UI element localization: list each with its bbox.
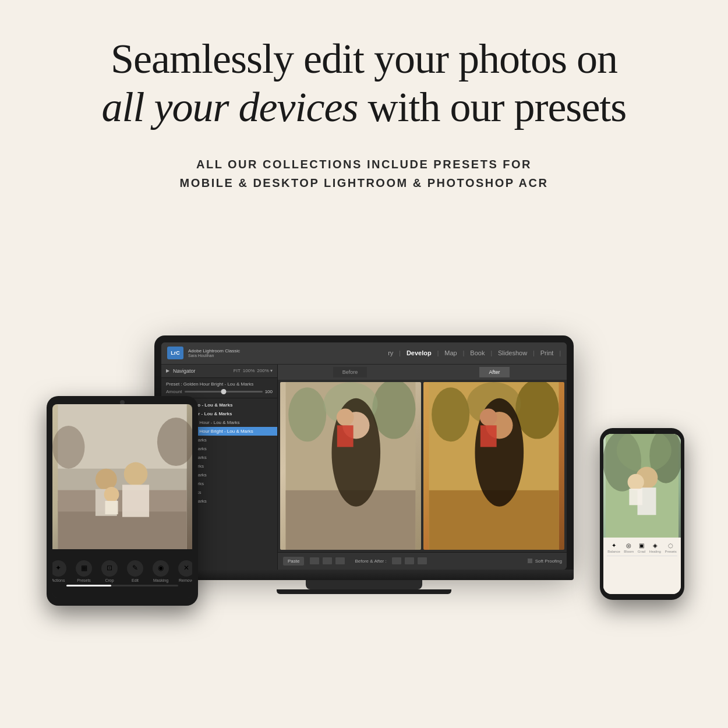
lr-content: ▶ Navigator FIT 100% 200% ▾ Preset : Gol… [161, 365, 567, 570]
lr-tab-develop[interactable]: Develop [402, 347, 436, 359]
lr-ctrl-btn-2[interactable] [322, 557, 333, 565]
tablet-edit-label: Edit [132, 578, 139, 582]
phone-balance-label: Balance [607, 550, 620, 553]
lr-amount-slider[interactable] [185, 391, 263, 393]
svg-point-7 [337, 408, 354, 426]
laptop-body: LrC Adobe Lightroom Classic Sara Houliha… [154, 335, 574, 570]
lr-fit-btn[interactable]: FIT [234, 368, 241, 373]
lr-200-btn[interactable]: 200% ▾ [257, 368, 273, 373]
phone-tool-healing[interactable]: ◈ Healing [649, 542, 661, 553]
lr-tab-map[interactable]: Map [440, 347, 461, 359]
lr-tab-book[interactable]: Book [465, 347, 489, 359]
tablet-screen: ✦ Actions ▦ Presets ⊡ Crop ✎ [52, 404, 192, 598]
photo-before-content [280, 382, 421, 550]
tablet-photo [52, 404, 192, 549]
lr-amount-value: 100 [265, 389, 273, 394]
tablet-body: ✦ Actions ▦ Presets ⊡ Crop ✎ [47, 396, 198, 606]
svg-rect-37 [629, 489, 642, 505]
svg-point-12 [515, 382, 559, 439]
lr-photo-before [280, 382, 421, 550]
svg-point-16 [480, 408, 497, 426]
phone-photo [603, 434, 681, 538]
lr-soft-proofing-checkbox[interactable] [527, 558, 533, 564]
lr-logo: LrC [167, 347, 183, 359]
svg-rect-27 [105, 501, 118, 514]
lr-tab-print[interactable]: Print [536, 347, 559, 359]
lr-app-name: Adobe Lightroom Classic [188, 348, 240, 354]
subtitle-line2: MOBILE & DESKTOP LIGHTROOM & PHOTOSHOP A… [180, 176, 549, 189]
phone-grad-label: Grad [638, 550, 645, 553]
svg-point-36 [628, 473, 644, 490]
lr-before-label: Before [333, 367, 367, 377]
lr-ctrl-btn-1[interactable] [309, 557, 320, 565]
phone-tool-bloom[interactable]: ◎ Bloom [624, 542, 634, 553]
subtitle-line1: ALL OUR COLLECTIONS INCLUDE PRESETS FOR [196, 158, 532, 171]
phone-tool-grad[interactable]: ▣ Grad [638, 542, 645, 553]
lr-paste-button[interactable]: Paste [282, 556, 305, 566]
tablet-icon-masking[interactable]: ◉ Masking [153, 560, 169, 582]
lr-ba-btn-1[interactable] [391, 557, 402, 565]
tablet-icon-presets[interactable]: ▦ Presets [76, 560, 92, 582]
lr-ba-btn-2[interactable] [404, 557, 415, 565]
lr-topbar: LrC Adobe Lightroom Classic Sara Houliha… [161, 342, 567, 365]
lr-tab-slideshow[interactable]: Slideshow [493, 347, 532, 359]
lr-bottom-bar: Paste Before & After : [278, 552, 567, 570]
phone-grad-icon: ▣ [639, 542, 644, 549]
svg-point-28 [52, 425, 84, 468]
tablet-remove-label: Remove [179, 578, 192, 582]
hero-section: Seamlessly edit your photos on all your … [0, 0, 728, 204]
tablet-actions-label: Actions [52, 578, 65, 582]
lr-user-name: Sara Houlihan [188, 354, 240, 358]
tablet-progress-bar [66, 585, 178, 586]
tablet-icon-crop[interactable]: ⊡ Crop [101, 560, 118, 582]
lr-preset-info: Preset : Golden Hour Bright - Lou & Mark… [161, 378, 277, 398]
lr-navigator-label: Navigator [173, 368, 196, 374]
lr-photo-after [423, 382, 564, 550]
tablet-edit-icon: ✎ [127, 560, 143, 577]
lr-tab-library[interactable]: ry [383, 347, 398, 359]
laptop-foot [277, 589, 451, 594]
main-headline: Seamlessly edit your photos on all your … [47, 35, 681, 132]
lr-amount-label: Amount [166, 389, 182, 394]
lr-ctrl-btn-3[interactable] [335, 557, 345, 565]
lr-before-after-bar: Before After [278, 365, 567, 380]
headline-part1: Seamlessly edit your photos on [111, 36, 617, 82]
tablet-masking-label: Masking [153, 578, 168, 582]
phone-presets-icon: ◌ [668, 542, 673, 549]
tablet-actions-icon: ✦ [52, 560, 66, 577]
tablet-bottom-ui: ✦ Actions ▦ Presets ⊡ Crop ✎ [52, 549, 192, 598]
tablet-icon-remove[interactable]: ✕ Remove [178, 560, 192, 582]
tablet-presets-icon: ▦ [76, 560, 92, 577]
phone-device: ✦ Balance ◎ Bloom ▣ Grad ◈ [600, 428, 684, 600]
lr-navigator: ▶ Navigator FIT 100% 200% ▾ [161, 365, 277, 378]
phone-tool-presets[interactable]: ◌ Presets [665, 542, 676, 553]
phone-screen: ✦ Balance ◎ Bloom ▣ Grad ◈ [603, 434, 681, 594]
lr-ba-btn-3[interactable] [417, 557, 427, 565]
laptop-device: LrC Adobe Lightroom Classic Sara Houliha… [154, 335, 574, 594]
lr-preset-name: Preset : Golden Hour Bright - Lou & Mark… [166, 381, 273, 387]
lr-100-btn[interactable]: 100% [243, 368, 255, 373]
devices-section: LrC Adobe Lightroom Classic Sara Houliha… [0, 221, 728, 629]
phone-tool-balance[interactable]: ✦ Balance [607, 542, 620, 553]
tablet-icon-edit[interactable]: ✎ Edit [127, 560, 143, 582]
lr-ba-controls [391, 557, 427, 565]
lr-amount-row: Amount 100 [166, 389, 273, 394]
tablet-progress-fill [66, 585, 111, 586]
laptop-screen: LrC Adobe Lightroom Classic Sara Houliha… [161, 342, 567, 570]
lr-before-after-text: Before & After : [355, 559, 386, 564]
lr-soft-proofing-label: Soft Proofing [535, 559, 562, 564]
phone-healing-icon: ◈ [653, 542, 658, 549]
subtitle: ALL OUR COLLECTIONS INCLUDE PRESETS FOR … [47, 155, 681, 192]
lr-fit-controls: FIT 100% 200% ▾ [234, 368, 273, 373]
phone-bottom-ui: ✦ Balance ◎ Bloom ▣ Grad ◈ [603, 538, 681, 593]
lr-nav-tabs: ry | Develop | Map | Book | Slideshow | … [383, 347, 561, 359]
phone-bloom-label: Bloom [624, 550, 634, 553]
svg-point-22 [96, 468, 117, 490]
phone-body: ✦ Balance ◎ Bloom ▣ Grad ◈ [600, 428, 684, 600]
tablet-device: ✦ Actions ▦ Presets ⊡ Crop ✎ [47, 396, 198, 606]
tablet-presets-label: Presets [77, 578, 91, 582]
lr-nav-triangle: ▶ [166, 368, 169, 373]
lr-app-info: Adobe Lightroom Classic Sara Houlihan [188, 348, 240, 358]
tablet-icon-actions[interactable]: ✦ Actions [52, 560, 66, 582]
after-photo-svg [423, 382, 564, 550]
